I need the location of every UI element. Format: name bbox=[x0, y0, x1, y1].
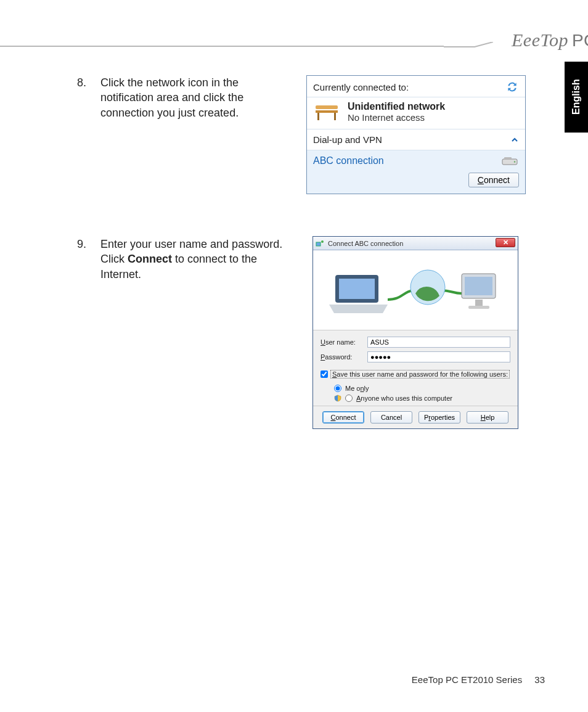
bench-icon bbox=[313, 102, 340, 123]
dialog-title: Connect ABC connection bbox=[328, 240, 403, 247]
current-network-text: Unidentified network No Internet access bbox=[348, 101, 445, 123]
dialog-title-icon bbox=[316, 239, 324, 248]
svg-rect-10 bbox=[339, 279, 375, 299]
dialog-button-row: Connect Cancel Properties Help bbox=[313, 406, 518, 428]
connect-dialog: Connect ABC connection ✕ User name: bbox=[312, 236, 518, 429]
save-credentials-label: Save this user name and password for the… bbox=[330, 370, 510, 379]
dialog-titlebar: Connect ABC connection ✕ bbox=[313, 237, 518, 250]
radio-anyone-label: Anyone who uses this computer bbox=[356, 395, 452, 402]
svg-rect-16 bbox=[468, 306, 489, 309]
username-label: User name: bbox=[321, 338, 361, 346]
language-label: English bbox=[571, 80, 582, 115]
save-for-radiogroup: Me only Anyone who uses this computer bbox=[321, 385, 510, 402]
modem-icon bbox=[502, 155, 519, 166]
connect-button-label: onnect bbox=[484, 175, 510, 185]
step-9: 9. Enter your user name and password. Cl… bbox=[100, 237, 298, 282]
svg-point-8 bbox=[321, 240, 324, 243]
refresh-icon[interactable] bbox=[505, 81, 519, 93]
svg-rect-6 bbox=[504, 157, 512, 159]
svg-rect-7 bbox=[316, 242, 321, 246]
connect-button-label-u: C bbox=[478, 175, 484, 185]
dialog-cancel-button[interactable]: Cancel bbox=[370, 411, 412, 424]
save-credentials-row: Save this user name and password for the… bbox=[321, 370, 510, 379]
svg-rect-0 bbox=[316, 110, 338, 113]
brand-logo: EeeTopPC bbox=[512, 30, 588, 51]
footer-page-number: 33 bbox=[534, 674, 545, 685]
dialog-connect-button[interactable]: Connect bbox=[322, 411, 364, 424]
step-9-bold: Connect bbox=[128, 253, 172, 265]
username-field[interactable] bbox=[367, 337, 510, 348]
dialog-properties-button[interactable]: Properties bbox=[419, 411, 460, 424]
dialog-help-button[interactable]: Help bbox=[467, 411, 508, 424]
close-icon[interactable]: ✕ bbox=[496, 238, 515, 247]
chevron-up-icon bbox=[510, 136, 519, 144]
brand-name: EeeTop bbox=[512, 30, 568, 50]
header-rule bbox=[0, 46, 444, 47]
footer-series: EeeTop PC ET2010 Series bbox=[412, 674, 522, 685]
radio-me-only[interactable] bbox=[334, 385, 341, 392]
step-8: 8. Click the network icon in the notific… bbox=[100, 75, 285, 120]
step-8-text: Click the network icon in the notificati… bbox=[100, 76, 243, 119]
language-tab: English bbox=[565, 62, 588, 133]
svg-rect-3 bbox=[334, 113, 336, 120]
password-field[interactable] bbox=[367, 351, 510, 362]
section-label: Dial-up and VPN bbox=[313, 134, 382, 145]
svg-rect-1 bbox=[316, 105, 338, 109]
dialog-body: User name: Password: Save this user name… bbox=[313, 330, 518, 406]
step-9-number: 9. bbox=[77, 237, 86, 252]
password-row: Password: bbox=[321, 351, 510, 362]
connection-item[interactable]: ABC connection Connect bbox=[307, 150, 525, 194]
brand-suffix: PC bbox=[572, 31, 588, 50]
network-name: Unidentified network bbox=[348, 101, 445, 112]
network-status: No Internet access bbox=[348, 112, 445, 123]
current-network-row: Unidentified network No Internet access bbox=[307, 97, 525, 129]
svg-rect-15 bbox=[475, 300, 483, 306]
dialog-hero-image bbox=[313, 250, 518, 330]
section-dialup-vpn[interactable]: Dial-up and VPN bbox=[307, 129, 525, 150]
radio-anyone[interactable] bbox=[345, 395, 353, 402]
connect-button[interactable]: Connect bbox=[468, 173, 519, 187]
shield-icon bbox=[334, 395, 341, 402]
svg-rect-2 bbox=[317, 113, 319, 120]
svg-point-5 bbox=[514, 161, 515, 162]
step-8-number: 8. bbox=[77, 75, 86, 90]
network-flyout: Currently connected to: Unidentified net… bbox=[306, 75, 526, 194]
page-footer: EeeTop PC ET2010 Series 33 bbox=[412, 674, 545, 685]
connection-name: ABC connection bbox=[313, 155, 384, 166]
header-rule-slope bbox=[444, 42, 493, 53]
flyout-title: Currently connected to: bbox=[313, 82, 409, 92]
radio-me-only-label: Me only bbox=[345, 385, 369, 392]
save-credentials-checkbox[interactable] bbox=[321, 370, 328, 378]
username-row: User name: bbox=[321, 337, 510, 348]
password-label: Password: bbox=[321, 353, 361, 361]
flyout-header: Currently connected to: bbox=[307, 76, 525, 97]
svg-rect-14 bbox=[465, 277, 492, 295]
